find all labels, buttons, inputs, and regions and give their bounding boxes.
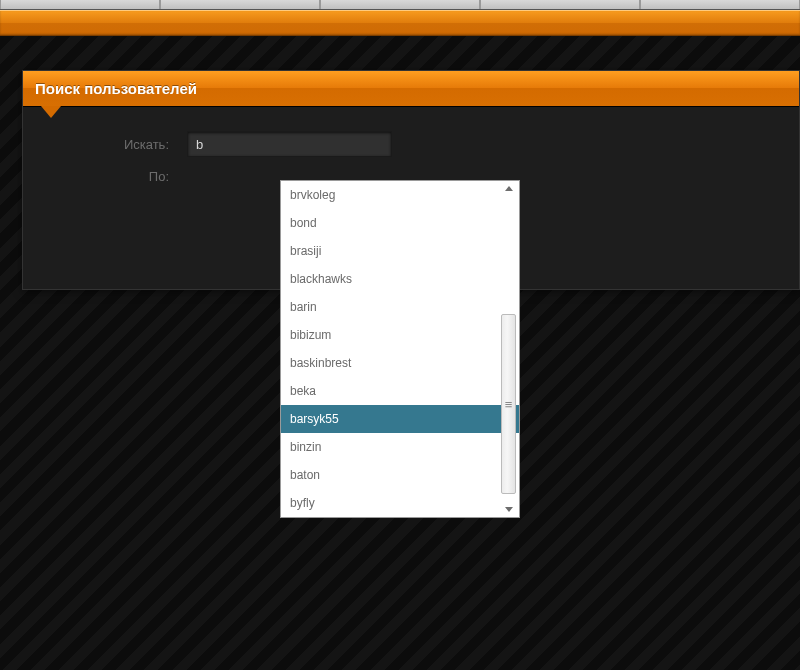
tab-cell[interactable] <box>160 0 320 9</box>
autocomplete-list: brvkolegbondbrasijiblackhawksbarinbibizu… <box>281 181 519 517</box>
panel-title-bar: Поиск пользователей <box>23 71 799 107</box>
autocomplete-item[interactable]: brasiji <box>281 237 519 265</box>
scroll-up-icon[interactable] <box>505 186 513 191</box>
autocomplete-item[interactable]: blackhawks <box>281 265 519 293</box>
form-row-search: Искать: <box>59 131 763 157</box>
autocomplete-item[interactable]: binzin <box>281 433 519 461</box>
autocomplete-item[interactable]: barin <box>281 293 519 321</box>
search-input[interactable] <box>187 131 392 157</box>
autocomplete-item[interactable]: beka <box>281 377 519 405</box>
scroll-thumb[interactable] <box>501 314 516 494</box>
tab-cell[interactable] <box>320 0 480 9</box>
autocomplete-item[interactable]: brvkoleg <box>281 181 519 209</box>
autocomplete-item[interactable]: bond <box>281 209 519 237</box>
tab-cell[interactable] <box>640 0 800 9</box>
autocomplete-dropdown: brvkolegbondbrasijiblackhawksbarinbibizu… <box>280 180 520 518</box>
autocomplete-item[interactable]: bibizum <box>281 321 519 349</box>
top-tab-bar <box>0 0 800 10</box>
tab-cell[interactable] <box>480 0 640 9</box>
autocomplete-item[interactable]: baton <box>281 461 519 489</box>
label-search: Искать: <box>59 137 169 152</box>
autocomplete-item[interactable]: byfly <box>281 489 519 517</box>
scroll-down-icon[interactable] <box>505 507 513 512</box>
tab-cell[interactable] <box>0 0 160 9</box>
autocomplete-item[interactable]: barsyk55 <box>281 405 519 433</box>
panel-title: Поиск пользователей <box>35 80 197 97</box>
header-orange-band <box>0 10 800 36</box>
autocomplete-scrollbar[interactable] <box>500 183 517 515</box>
label-by: По: <box>59 169 169 184</box>
autocomplete-item[interactable]: baskinbrest <box>281 349 519 377</box>
